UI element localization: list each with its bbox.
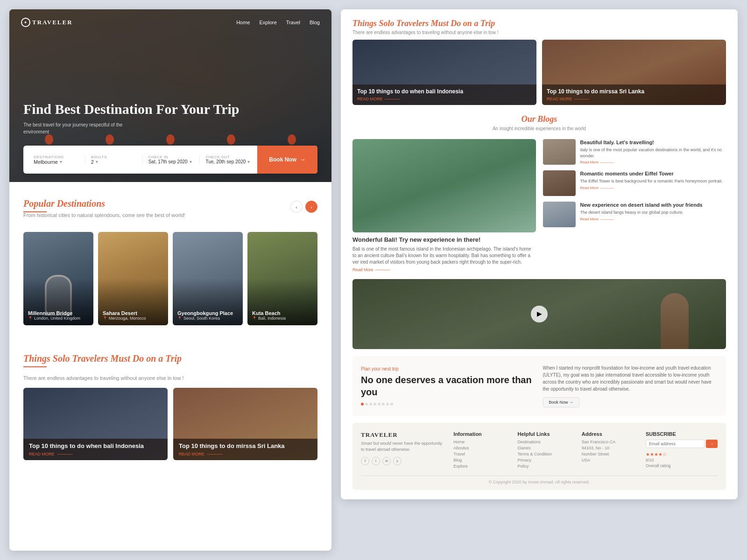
plan-dot[interactable] [378,403,381,406]
blogs-list: Beautiful Italy. Let's travelling! Italy… [543,139,726,272]
checkin-field[interactable]: CHECK IN Sat, 17th sep 2020 [143,155,200,164]
video-play-button[interactable]: ▶ [531,306,548,322]
footer: TRAVELER Smart but would never have the … [352,423,726,490]
hero-subtitle: The best travel for your journey respect… [23,121,140,135]
hero-nav: ✦ TRAVELER Home Explore Travel Blog [9,18,331,27]
plan-book-button[interactable]: Book Now → [543,397,580,407]
plan-dot[interactable] [374,403,376,406]
plan-dot[interactable] [361,403,364,406]
checkout-label: CHECK OUT [205,155,251,159]
blog-item-2[interactable]: Romantic moments under Eiffel Tower The … [543,170,726,196]
facebook-icon[interactable]: f [361,457,369,465]
thing-card-read[interactable]: READ MORE [547,97,721,101]
subscribe-email-input[interactable] [646,440,705,448]
footer-links-terms[interactable]: Terms & Condition [518,452,575,456]
prev-arrow[interactable]: ‹ [290,201,303,213]
solo-card-label-1: Top 10 things to do when bali Indonesia … [23,439,168,460]
solo-desc: There are endless advantages to travelin… [23,375,317,381]
plan-dot[interactable] [390,403,393,406]
dest-card-bali[interactable]: Kuta Beach Bali, Indonesia [247,232,317,325]
blogs-subtitle: An insight incredible experiences in the… [352,126,726,132]
subscribe-submit-button[interactable]: → [706,440,718,448]
footer-links-diaries[interactable]: Diaries [518,446,575,450]
popular-destinations-section: Popular Destinations From historical cit… [9,182,331,339]
book-now-button[interactable]: Book Now [257,146,317,174]
footer-social-links: f t in y [361,457,446,465]
logo-text: TRAVELER [32,19,73,26]
footer-info-title: Information [453,431,510,437]
video-person-silhouette [661,293,689,349]
right-panel: Things Solo Travelers Must Do on a Trip … [341,9,738,551]
blog-item-1[interactable]: Beautiful Italy. Let's travelling! Italy… [543,139,726,165]
solo-card-text: Top 10 things to do when bali Indonesia [29,442,162,450]
nav-travel[interactable]: Travel [286,20,300,25]
checkin-label: CHECK IN [148,155,194,159]
plan-dot[interactable] [369,403,372,406]
blog-item-content-1: Beautiful Italy. Let's travelling! Italy… [580,139,726,164]
logo: ✦ TRAVELER [21,18,73,27]
plan-left: Plan your next trip No one deserves a va… [361,366,536,406]
footer-info-explore[interactable]: Explore [453,464,510,469]
dest-card-sahara[interactable]: Sahara Desert Merzouga, Morocco [98,232,168,325]
video-section[interactable]: ▶ [352,279,726,349]
dest-card-london[interactable]: Millennium Bridge London, United Kingdom [23,232,93,325]
footer-links-privacy[interactable]: Privacy [518,458,575,462]
footer-info-blog[interactable]: Blog [453,458,510,462]
footer-links-dest[interactable]: Destinations [518,440,575,444]
blog-item-3[interactable]: New experience on desert island with you… [543,202,726,227]
checkout-field[interactable]: CHECK OUT Tue, 20th sep 2020 [200,155,257,164]
star-rating: ★★★★☆ [646,452,718,457]
youtube-icon[interactable]: y [393,457,402,465]
blog-item-text: The desert island fangs heavy in our glo… [580,210,726,216]
adults-value[interactable]: 2 [91,159,137,165]
solo-card-1[interactable]: Top 10 things to do when bali Indonesia … [23,388,168,460]
nav-explore[interactable]: Explore [260,20,277,25]
destination-field[interactable]: DESTINATIONS Melbourne [28,155,85,165]
thing-card-1[interactable]: Top 10 things to do when bali Indonesia … [352,40,536,105]
dest-location: Merzouga, Morocco [103,316,146,321]
solo-card-read[interactable]: READ MORE [179,452,312,456]
blog-featured[interactable]: Wonderful Bali! Try new experience in th… [352,139,536,272]
blog-item-content-3: New experience on desert island with you… [580,202,726,221]
destination-value[interactable]: Melbourne [34,159,79,165]
footer-brand-desc: Smart but would never have the opportuni… [361,441,446,453]
nav-blog[interactable]: Blog [310,20,320,25]
left-panel: ✦ TRAVELER Home Explore Travel Blog Find… [9,9,331,551]
footer-address-col: Address San Francisco CA 94103, No - 10 … [582,431,639,470]
blog-featured-read[interactable]: Read More [352,267,536,272]
plan-dot[interactable] [382,403,385,406]
plan-dot[interactable] [365,403,368,406]
adults-field[interactable]: ADULTS 2 [85,155,143,165]
plan-label: Plan your next trip [361,366,536,371]
thing-card-read[interactable]: READ MORE [357,97,532,101]
thing-card-2[interactable]: Top 10 things to do mirssa Sri Lanka REA… [542,40,726,105]
nav-home[interactable]: Home [236,20,250,25]
dest-card-seoul[interactable]: Gyeongbokgung Place Seoul, South Korea [173,232,243,325]
blog-featured-title: Wonderful Bali! Try new experience in th… [352,236,536,244]
footer-info-travel[interactable]: Travel [453,452,510,456]
instagram-icon[interactable]: in [382,457,391,465]
plan-dot[interactable] [386,403,389,406]
footer-info-about[interactable]: Aboutus [453,446,510,450]
next-arrow[interactable]: › [305,201,317,213]
popular-desc: From historical cities to natural splend… [23,212,185,218]
footer-links-title: Helpful Links [518,431,575,437]
blog-item-read[interactable]: Read More [580,160,726,164]
rating-score: 8/10 [646,458,718,462]
footer-links-col: Helpful Links Destinations Diaries Terms… [518,431,575,470]
checkin-value[interactable]: Sat, 17th sep 2020 [148,159,194,164]
twitter-icon[interactable]: t [372,457,380,465]
footer-info-home[interactable]: Home [453,440,510,444]
footer-brand-col: TRAVELER Smart but would never have the … [361,431,446,470]
plan-pagination-dots [361,403,536,406]
footer-links-policy[interactable]: Policy [518,464,575,469]
blog-item-title: Beautiful Italy. Let's travelling! [580,139,726,146]
dest-location: London, United Kingdom [28,316,80,321]
blog-item-read[interactable]: Read More [580,217,726,221]
blog-item-read[interactable]: Read More [580,186,726,190]
solo-card-2[interactable]: Top 10 things to do mirssa Sri Lanka REA… [173,388,317,460]
blog-item-text: The Eiffel Tower is best background for … [580,178,726,184]
checkout-value[interactable]: Tue, 20th sep 2020 [205,159,251,164]
thing-card-text: Top 10 things to do when bali Indonesia [357,88,532,96]
solo-card-read[interactable]: READ MORE [29,452,162,456]
